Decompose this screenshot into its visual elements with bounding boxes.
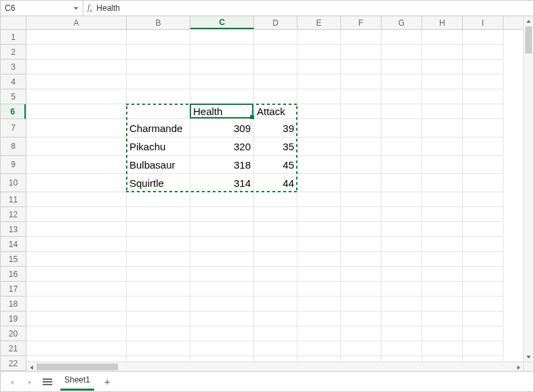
- cell[interactable]: [422, 252, 463, 267]
- row-header[interactable]: 19: [1, 311, 26, 326]
- cell[interactable]: Health: [190, 104, 254, 119]
- cell[interactable]: [422, 267, 463, 282]
- cell[interactable]: [463, 119, 504, 137]
- cell[interactable]: [297, 104, 341, 119]
- column-header[interactable]: I: [463, 16, 504, 29]
- select-all-corner[interactable]: [1, 16, 26, 30]
- cell[interactable]: [422, 341, 463, 356]
- cell[interactable]: [463, 137, 504, 156]
- cell[interactable]: [297, 192, 341, 207]
- cell[interactable]: [382, 174, 422, 192]
- cell[interactable]: [190, 60, 254, 74]
- cell[interactable]: [127, 207, 190, 222]
- fx-icon[interactable]: fx: [87, 3, 92, 14]
- row-header[interactable]: 9: [1, 156, 26, 174]
- cell[interactable]: [26, 207, 127, 222]
- cell[interactable]: [341, 311, 382, 326]
- cell[interactable]: [341, 137, 382, 156]
- cell[interactable]: [26, 326, 127, 341]
- cell[interactable]: [382, 252, 422, 267]
- cell[interactable]: Squirtle: [127, 174, 190, 192]
- cell[interactable]: [254, 267, 297, 282]
- cell[interactable]: [382, 192, 422, 207]
- cell[interactable]: [422, 104, 463, 119]
- cell[interactable]: [26, 104, 127, 119]
- cell[interactable]: [422, 156, 463, 174]
- cell[interactable]: [127, 267, 190, 282]
- cell[interactable]: [463, 222, 504, 237]
- cell[interactable]: [190, 252, 254, 267]
- cell[interactable]: [382, 45, 422, 60]
- cell[interactable]: [190, 89, 254, 104]
- cell[interactable]: Bulbasaur: [127, 156, 190, 174]
- row-header[interactable]: 22: [1, 356, 26, 371]
- cell[interactable]: [382, 282, 422, 297]
- cell[interactable]: [422, 89, 463, 104]
- row-header[interactable]: 1: [1, 30, 26, 45]
- cell[interactable]: [26, 356, 127, 362]
- cell[interactable]: [190, 237, 254, 252]
- cell[interactable]: [422, 297, 463, 311]
- scroll-up-arrow-icon[interactable]: [524, 16, 533, 26]
- row-header[interactable]: 14: [1, 237, 26, 252]
- cell[interactable]: [26, 267, 127, 282]
- cell[interactable]: [341, 156, 382, 174]
- cell[interactable]: [382, 237, 422, 252]
- cell[interactable]: [297, 74, 341, 89]
- cell[interactable]: [463, 282, 504, 297]
- cell[interactable]: [26, 311, 127, 326]
- cell[interactable]: [26, 192, 127, 207]
- row-header[interactable]: 8: [1, 137, 26, 156]
- cell[interactable]: [341, 282, 382, 297]
- cell[interactable]: [127, 252, 190, 267]
- cell[interactable]: [382, 30, 422, 45]
- cell[interactable]: [422, 119, 463, 137]
- cell[interactable]: [422, 137, 463, 156]
- cell[interactable]: [297, 30, 341, 45]
- cell[interactable]: [254, 89, 297, 104]
- cell[interactable]: [463, 30, 504, 45]
- cell[interactable]: [297, 311, 341, 326]
- cell[interactable]: 318: [190, 156, 254, 174]
- name-box[interactable]: C6: [1, 1, 83, 16]
- cell[interactable]: [190, 341, 254, 356]
- cell[interactable]: [26, 237, 127, 252]
- row-header[interactable]: 20: [1, 326, 26, 341]
- add-sheet-button[interactable]: +: [102, 376, 112, 387]
- cell[interactable]: 35: [254, 137, 297, 156]
- cell[interactable]: 39: [254, 119, 297, 137]
- cell[interactable]: [341, 60, 382, 74]
- column-header[interactable]: A: [26, 16, 127, 29]
- cell[interactable]: [26, 297, 127, 311]
- cell[interactable]: [341, 192, 382, 207]
- cell[interactable]: [297, 45, 341, 60]
- cell[interactable]: [127, 356, 190, 362]
- cell[interactable]: [26, 119, 127, 137]
- cell[interactable]: [341, 326, 382, 341]
- cell[interactable]: [127, 192, 190, 207]
- cell[interactable]: [127, 311, 190, 326]
- cell[interactable]: [382, 267, 422, 282]
- cell[interactable]: [26, 222, 127, 237]
- scroll-down-arrow-icon[interactable]: [524, 351, 533, 362]
- row-header[interactable]: 15: [1, 252, 26, 267]
- cell[interactable]: [422, 30, 463, 45]
- cell[interactable]: [341, 341, 382, 356]
- cell[interactable]: [382, 60, 422, 74]
- cell[interactable]: [190, 222, 254, 237]
- cell[interactable]: [254, 60, 297, 74]
- cell[interactable]: [463, 156, 504, 174]
- cell[interactable]: Pikachu: [127, 137, 190, 156]
- cell[interactable]: [463, 104, 504, 119]
- cell[interactable]: [341, 297, 382, 311]
- cell[interactable]: [341, 104, 382, 119]
- cell[interactable]: [297, 282, 341, 297]
- cell[interactable]: [254, 30, 297, 45]
- cell[interactable]: [341, 356, 382, 362]
- cell[interactable]: [127, 282, 190, 297]
- cell[interactable]: [463, 74, 504, 89]
- cell[interactable]: [297, 341, 341, 356]
- column-header[interactable]: H: [422, 16, 463, 29]
- cell[interactable]: [297, 174, 341, 192]
- cell[interactable]: [190, 267, 254, 282]
